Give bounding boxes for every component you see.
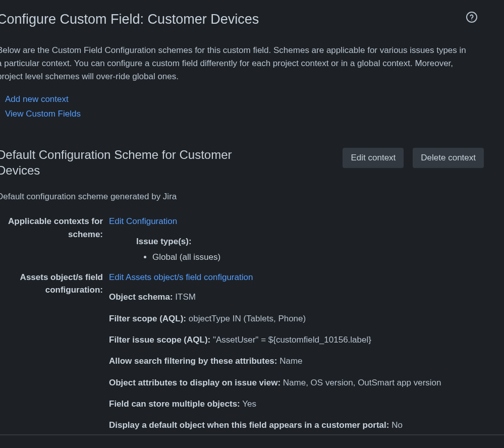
issue-types-label: Issue type(s): [136, 235, 484, 248]
action-list: Add new context View Custom Fields [3, 93, 504, 121]
delete-context-button[interactable]: Delete context [413, 148, 484, 168]
scheme-buttons: Edit context Delete context [343, 148, 484, 168]
spec-item: Object schema: ITSM [109, 291, 484, 304]
spec-value: objectType IN (Tablets, Phone) [186, 314, 306, 323]
issue-type-item: Global (all issues) [152, 251, 484, 264]
spec-label: Object attributes to display on issue vi… [109, 378, 281, 387]
action-item: Add new context [5, 93, 504, 106]
help-icon[interactable] [466, 11, 478, 27]
spec-value: No [389, 420, 402, 430]
spec-label: Display a default object when this field… [109, 420, 389, 430]
issue-types-block: Issue type(s): Global (all issues) [136, 235, 484, 264]
spec-item: Object attributes to display on issue vi… [109, 376, 484, 389]
edit-context-button[interactable]: Edit context [343, 148, 404, 168]
config-table: Applicable contexts for scheme: Edit Con… [0, 215, 504, 440]
issue-types-list: Global (all issues) [136, 251, 484, 264]
page-title: Configure Custom Field: Customer Devices [0, 9, 259, 30]
spec-label: Filter issue scope (AQL): [109, 335, 210, 345]
spec-item: Filter scope (AQL): objectType IN (Table… [109, 312, 484, 325]
page-description: Below are the Custom Field Configuration… [0, 44, 471, 84]
contexts-row: Applicable contexts for scheme: Edit Con… [0, 215, 504, 264]
spec-value: Name, OS version, OutSmart app version [281, 378, 441, 387]
edit-assets-config-link[interactable]: Edit Assets object/s field configuration [109, 272, 253, 282]
scheme-description: Default configuration scheme generated b… [0, 190, 504, 203]
contexts-content: Edit Configuration Issue type(s): Global… [109, 215, 504, 264]
spec-value: Name [277, 356, 302, 366]
spec-label: Filter scope (AQL): [109, 314, 186, 323]
spec-item: Allow search filtering by these attribut… [109, 355, 484, 368]
add-new-context-link[interactable]: Add new context [5, 94, 69, 104]
assets-label: Assets object/s field configuration: [0, 271, 109, 440]
svg-point-1 [471, 20, 472, 21]
spec-label: Field can store multiple objects: [109, 399, 240, 409]
scheme-header: Default Configuration Scheme for Custome… [0, 147, 504, 178]
edit-configuration-link[interactable]: Edit Configuration [109, 216, 177, 226]
spec-item: Filter issue scope (AQL): "AssetUser" = … [109, 333, 484, 347]
spec-label: Object schema: [109, 292, 173, 302]
assets-row: Assets object/s field configuration: Edi… [0, 271, 504, 440]
view-custom-fields-link[interactable]: View Custom Fields [5, 109, 81, 119]
assets-spec-list: Object schema: ITSM Filter scope (AQL): … [109, 291, 484, 432]
action-item: View Custom Fields [5, 107, 504, 121]
spec-item: Display a default object when this field… [109, 419, 484, 432]
spec-value: Yes [240, 399, 256, 409]
assets-content: Edit Assets object/s field configuration… [109, 271, 504, 440]
spec-item: Field can store multiple objects: Yes [109, 398, 484, 411]
spec-value: "AssetUser" = ${customfield_10156.label} [210, 335, 371, 345]
svg-point-0 [467, 12, 477, 22]
contexts-label: Applicable contexts for scheme: [0, 215, 109, 264]
page-header: Configure Custom Field: Customer Devices [0, 0, 504, 30]
bottom-divider [0, 434, 504, 436]
scheme-title: Default Configuration Scheme for Custome… [0, 147, 269, 178]
spec-label: Allow search filtering by these attribut… [109, 356, 277, 366]
spec-value: ITSM [173, 292, 196, 302]
